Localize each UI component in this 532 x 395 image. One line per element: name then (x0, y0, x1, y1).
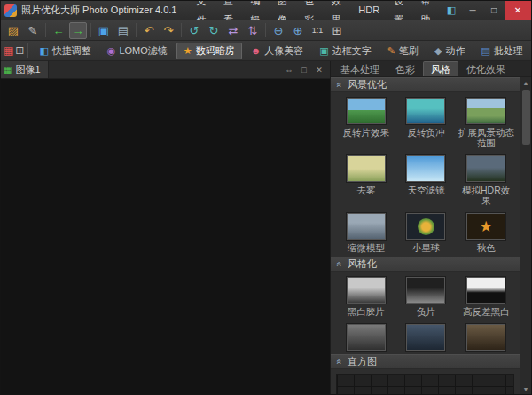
menu-hdr[interactable]: HDR (351, 1, 387, 20)
tab-label: 笔刷 (399, 44, 419, 58)
filter-thumbnail (466, 324, 505, 351)
scroll-up-icon[interactable]: ▲ (520, 77, 532, 88)
actual-size-icon[interactable]: 1:1 (309, 22, 326, 39)
filter-item-little-planet[interactable]: 小星球 (396, 213, 457, 253)
section-header-histogram[interactable]: « 直方图 (331, 354, 520, 369)
batch-process-icon: ▤ (481, 45, 489, 57)
filter-label: 扩展风景动态范围 (458, 127, 514, 148)
scroll-down-icon[interactable]: ▼ (520, 383, 532, 394)
filter-thumbnail (406, 98, 445, 124)
filter-item-cropped[interactable] (396, 324, 457, 351)
image-window-controls: ⇔ □ ✕ (281, 63, 330, 77)
scrollbar-thumb[interactable] (522, 90, 530, 145)
minimize-button[interactable]: ─ (462, 1, 483, 20)
tab-frame-text[interactable]: ▣ 边框文字 (312, 43, 378, 59)
tab-batch-process[interactable]: ▤ 批处理 (473, 43, 529, 59)
toolbar-separator (90, 23, 91, 37)
filter-item-cropped[interactable] (456, 324, 516, 351)
filter-thumbnail (406, 277, 445, 304)
filter-label: 反转片效果 (343, 127, 390, 138)
filter-item-positive-film[interactable]: 反转片效果 (336, 98, 396, 148)
flip-horizontal-icon[interactable]: ⇄ (224, 22, 242, 39)
frame-text-icon: ▣ (319, 45, 328, 57)
arrange-windows-icon[interactable]: ⇔ (282, 63, 296, 77)
filter-label: 天空滤镜 (407, 185, 444, 195)
toolbar-separator (181, 23, 182, 37)
tab-digital-darkroom[interactable]: ★ 数码暗房 (176, 43, 242, 59)
filter-item-cross-process[interactable]: 反转负冲 (396, 98, 457, 148)
tab-lomo-filter[interactable]: ◉ LOMO滤镜 (100, 43, 175, 59)
filter-thumbnail (466, 213, 505, 240)
undo-icon[interactable]: ↶ (140, 22, 158, 39)
filter-thumbnail (347, 98, 386, 124)
forward-icon[interactable]: → (69, 22, 87, 39)
rotate-right-icon[interactable]: ↻ (205, 22, 223, 39)
filter-thumbnail (466, 277, 505, 304)
filter-item-negative[interactable]: 负片 (396, 277, 457, 317)
panel-tab-basic[interactable]: 基本处理 (332, 61, 387, 76)
fit-screen-icon[interactable]: ⊞ (328, 22, 346, 39)
scrollbar-track[interactable] (520, 88, 531, 383)
filter-item-dehaze[interactable]: 去雾 (336, 155, 396, 206)
filter-label: 反转负冲 (407, 127, 444, 138)
titlebar: 照片优化大师 Photo Optimizer 4.0.1 文件 查看 编辑 图像… (1, 1, 531, 20)
stylize-filter-grid: 黑白胶片 负片 高反差黑白 (331, 272, 520, 354)
filter-thumbnail (347, 155, 386, 182)
rotate-left-icon[interactable]: ↺ (185, 22, 203, 39)
filter-item-sky-filter[interactable]: 天空滤镜 (396, 155, 457, 206)
tool-options-icon[interactable]: ⊞ (15, 43, 24, 59)
filter-item-miniature[interactable]: 缩微模型 (336, 213, 396, 253)
filter-item-expand-dynamic-range[interactable]: 扩展风景动态范围 (456, 98, 516, 148)
close-button[interactable]: ✕ (505, 1, 531, 20)
tab-quick-adjust[interactable]: ◧ 快捷调整 (32, 43, 98, 59)
redo-icon[interactable]: ↷ (160, 22, 177, 39)
filter-item-bw-film[interactable]: 黑白胶片 (336, 277, 396, 317)
tab-actions[interactable]: ◆ 动作 (427, 43, 472, 59)
tab-brush[interactable]: ✎ 笔刷 (380, 43, 426, 59)
filter-item-high-contrast-bw[interactable]: 高反差黑白 (456, 277, 516, 317)
collapse-icon: « (334, 358, 344, 367)
main-area: ▦ 图像1 ⇔ □ ✕ 基本处理 色彩 风格 优化效果 (1, 61, 531, 394)
tab-label: 动作 (445, 44, 465, 58)
image-canvas[interactable] (1, 79, 330, 394)
zoom-in-icon[interactable]: ⊕ (289, 22, 307, 39)
section-header-landscape[interactable]: « 风景优化 (331, 77, 520, 92)
toolbar-separator (27, 43, 28, 58)
filter-label: 秋色 (477, 242, 496, 253)
panel-tab-style[interactable]: 风格 (423, 61, 458, 76)
actions-icon: ◆ (434, 45, 442, 57)
quick-adjust-icon: ◧ (39, 45, 48, 57)
panel-tab-color[interactable]: 色彩 (387, 61, 423, 76)
section-header-stylize[interactable]: « 风格化 (331, 257, 520, 272)
filter-label: 缩微模型 (348, 242, 385, 253)
flip-vertical-icon[interactable]: ⇅ (244, 22, 262, 39)
filter-thumbnail (347, 213, 386, 240)
filter-thumbnail (466, 155, 505, 182)
panel-tab-optimize[interactable]: 优化效果 (458, 61, 513, 76)
image-tab[interactable]: ▦ 图像1 (1, 61, 49, 78)
tab-label: 批处理 (494, 44, 523, 58)
filter-item-hdr-simulation[interactable]: 模拟HDR效果 (456, 155, 516, 206)
batch-grid-icon[interactable]: ▦ (4, 43, 13, 59)
filter-item-cropped[interactable] (336, 324, 396, 351)
theme-button[interactable]: ◧ (441, 1, 462, 20)
zoom-out-icon[interactable]: ⊖ (270, 22, 287, 39)
close-image-icon[interactable]: ✕ (312, 63, 326, 77)
back-icon[interactable]: ← (50, 22, 67, 39)
image-icon: ▦ (4, 65, 12, 75)
panel-tabbar: 基本处理 色彩 风格 优化效果 (331, 61, 531, 77)
tab-label: LOMO滤镜 (119, 44, 167, 58)
save-icon[interactable]: ▣ (95, 22, 113, 39)
collapse-icon: « (334, 260, 344, 269)
toolbar-separator (265, 23, 266, 37)
tab-portrait-beauty[interactable]: ☻ 人像美容 (244, 43, 311, 59)
landscape-filter-grid: 反转片效果 反转负冲 扩展风景动态范围 去雾 (331, 92, 520, 257)
restore-image-icon[interactable]: □ (297, 63, 311, 77)
edit-tools-icon[interactable]: ✎ (24, 22, 42, 39)
main-toolbar: ▨ ✎ ← → ▣ ▤ ↶ ↷ ↺ ↻ ⇄ ⇅ ⊖ ⊕ 1:1 ⊞ (1, 20, 531, 41)
save-as-icon[interactable]: ▤ (114, 22, 132, 39)
open-image-icon[interactable]: ▨ (4, 22, 22, 39)
maximize-button[interactable]: □ (483, 1, 505, 20)
panel-scrollbar[interactable]: ▲ ▼ (520, 77, 531, 394)
filter-item-autumn-colors[interactable]: 秋色 (456, 213, 516, 253)
